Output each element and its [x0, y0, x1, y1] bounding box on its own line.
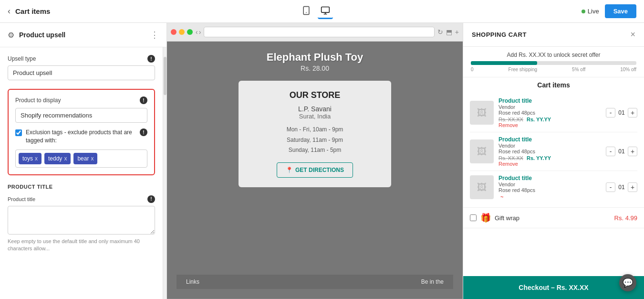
- cart-item-1-variant: Rose red 48pcs: [499, 110, 601, 116]
- image-placeholder-icon: 🖼: [477, 107, 487, 118]
- tag-toys-remove[interactable]: x: [35, 155, 38, 162]
- back-arrow-icon[interactable]: ‹: [196, 28, 198, 36]
- cart-item-1-image: 🖼: [470, 101, 494, 125]
- cart-item-1-sale-price: Rs. YY.YY: [527, 117, 551, 122]
- cart-item-2-details: Product title Vendor Rose red 48pcs Rs. …: [499, 136, 601, 167]
- progress-bar-track: [471, 61, 636, 65]
- cart-title: SHOPPING CART: [472, 31, 527, 38]
- chat-bubble[interactable]: 💬: [619, 274, 636, 291]
- tag-bear[interactable]: bear x: [73, 153, 97, 164]
- cart-item-2-remove[interactable]: Remove: [499, 161, 601, 167]
- cart-item-3-qty-minus[interactable]: -: [606, 182, 615, 192]
- image-placeholder-icon-3: 🖼: [477, 182, 487, 193]
- cart-item-3-details: Product title Vendor Rose red 48pcs ~: [499, 175, 601, 200]
- unlock-bar-area: Add Rs. XX.XX to unlock secret offer 0 F…: [463, 47, 644, 77]
- forward-arrow-icon[interactable]: ›: [199, 28, 201, 36]
- progress-labels: 0 Free shipping 5% off 10% off: [471, 67, 636, 72]
- page-title: Cart items: [15, 7, 50, 15]
- upsell-type-select[interactable]: Product upsell: [8, 65, 155, 80]
- progress-label-0: 0: [471, 67, 474, 72]
- nav-arrows: ‹ ›: [196, 28, 201, 36]
- checkout-button[interactable]: Checkout – Rs. XX.XX: [463, 276, 644, 299]
- cart-item-3-sale-price: ~: [500, 194, 503, 200]
- product-title-input[interactable]: [8, 206, 155, 235]
- tag-teddy-remove[interactable]: x: [64, 155, 67, 162]
- store-card: OUR STORE L.P. Savani Surat, India Mon -…: [239, 81, 391, 187]
- cart-item-1-qty-plus[interactable]: +: [628, 108, 637, 117]
- cart-item-2-qty-minus[interactable]: -: [606, 147, 615, 156]
- cart-item-3-qty-plus[interactable]: +: [628, 182, 637, 192]
- more-options-icon[interactable]: ⋮: [150, 30, 159, 40]
- unlock-text: Add Rs. XX.XX to unlock secret offer: [471, 52, 636, 58]
- left-panel-scrollbar[interactable]: [163, 47, 166, 299]
- left-panel-header: ⚙ Product upsell ⋮: [0, 23, 166, 47]
- share-icon[interactable]: ⬒: [446, 28, 452, 36]
- cart-header: SHOPPING CART ×: [463, 23, 644, 47]
- product-display-label: Product to display: [15, 97, 61, 104]
- gift-wrap-checkbox[interactable]: [470, 214, 477, 221]
- tablet-icon[interactable]: [299, 4, 314, 19]
- product-display-select[interactable]: Shopify recommendations: [15, 108, 147, 123]
- cart-item-2-original-price: Rs. XX.XX: [499, 155, 523, 161]
- tag-bear-remove[interactable]: x: [91, 155, 93, 162]
- tag-teddy[interactable]: teddy x: [44, 153, 71, 164]
- desktop-icon[interactable]: [318, 4, 333, 19]
- upsell-type-label-row: Upsell type !: [8, 55, 155, 63]
- footer-be: Be in the: [421, 278, 444, 285]
- cart-panel: SHOPPING CART × Add Rs. XX.XX to unlock …: [463, 23, 644, 299]
- cart-close-button[interactable]: ×: [630, 30, 635, 40]
- preview-footer: Links Be in the: [177, 275, 453, 289]
- footer-links: Links: [186, 278, 199, 285]
- tag-toys-label: toys: [22, 155, 33, 162]
- progress-label-5off: 5% off: [572, 67, 585, 72]
- cart-item-1-title: Product title: [499, 97, 601, 104]
- upsell-type-label: Upsell type: [8, 55, 36, 62]
- cart-item-2: 🖼 Product title Vendor Rose red 48pcs Rs…: [470, 132, 637, 171]
- cart-item-1-qty-minus[interactable]: -: [606, 108, 615, 117]
- refresh-icon[interactable]: ↻: [437, 28, 443, 36]
- new-tab-icon[interactable]: +: [455, 28, 459, 36]
- tags-container[interactable]: toys x teddy x bear x: [15, 150, 147, 168]
- directions-button[interactable]: 📍 GET DIRECTIONS: [277, 162, 353, 178]
- save-button[interactable]: Save: [605, 4, 636, 18]
- cart-item-3-variant: Rose red 48pcs: [499, 187, 601, 193]
- traffic-light-red[interactable]: [171, 29, 177, 35]
- product-name-area: Elephant Plush Toy Rs. 28.00: [267, 51, 364, 72]
- exclusion-tags-checkbox[interactable]: [15, 129, 22, 136]
- cart-item-2-prices: Rs. XX.XX Rs. YY.YY: [499, 155, 601, 161]
- product-title-label-row: Product title !: [8, 195, 155, 203]
- cart-item-2-vendor: Vendor: [499, 143, 601, 149]
- left-panel-content: Upsell type ! Product upsell Product to …: [0, 47, 163, 299]
- gift-icon: 🎁: [480, 213, 491, 223]
- cart-item-1-remove[interactable]: Remove: [499, 122, 601, 128]
- product-title-hint: Keep empty to use the default title and …: [8, 238, 155, 253]
- back-button[interactable]: ‹: [8, 6, 10, 16]
- browser-icons: ↻ ⬒ +: [437, 28, 459, 36]
- progress-label-free-shipping: Free shipping: [509, 67, 538, 72]
- upsell-type-group: Upsell type ! Product upsell: [8, 55, 155, 80]
- progress-bar-fill: [471, 61, 537, 65]
- center-preview: ‹ › ↻ ⬒ + Elephant Plush Toy Rs. 28.00 O…: [167, 23, 463, 299]
- cart-item-3: 🖼 Product title Vendor Rose red 48pcs ~ …: [470, 171, 637, 203]
- cart-item-1-original-price: Rs. XX.XX: [499, 117, 523, 122]
- store-name: L.P. Savani: [253, 105, 377, 113]
- left-panel: ⚙ Product upsell ⋮ Upsell type ! Product…: [0, 23, 167, 299]
- svg-rect-0: [303, 7, 309, 15]
- exclusion-tags-row: Exclusion tags - exclude products that a…: [15, 128, 147, 145]
- store-hours-3: Sunday, 11am - 5pm: [253, 145, 377, 156]
- product-name: Elephant Plush Toy: [267, 51, 364, 64]
- cart-items-section: Cart items 🖼 Product title Vendor Rose r…: [463, 77, 644, 208]
- cart-items-section-title: Cart items: [470, 81, 637, 89]
- left-panel-title: Product upsell: [19, 31, 65, 39]
- cart-item-3-prices: ~: [499, 194, 601, 200]
- cart-item-2-qty-plus[interactable]: +: [628, 147, 637, 156]
- device-switcher: [299, 4, 333, 19]
- address-bar[interactable]: [204, 27, 434, 37]
- live-indicator: Live: [582, 8, 599, 15]
- cart-item-2-qty: - 01 +: [606, 147, 637, 156]
- traffic-light-green[interactable]: [187, 29, 193, 35]
- tag-toys[interactable]: toys x: [19, 153, 42, 164]
- cart-item-1: 🖼 Product title Vendor Rose red 48pcs Rs…: [470, 94, 637, 132]
- product-title-section: PRODUCT TITLE Product title ! Keep empty…: [8, 184, 155, 253]
- traffic-light-yellow[interactable]: [179, 29, 185, 35]
